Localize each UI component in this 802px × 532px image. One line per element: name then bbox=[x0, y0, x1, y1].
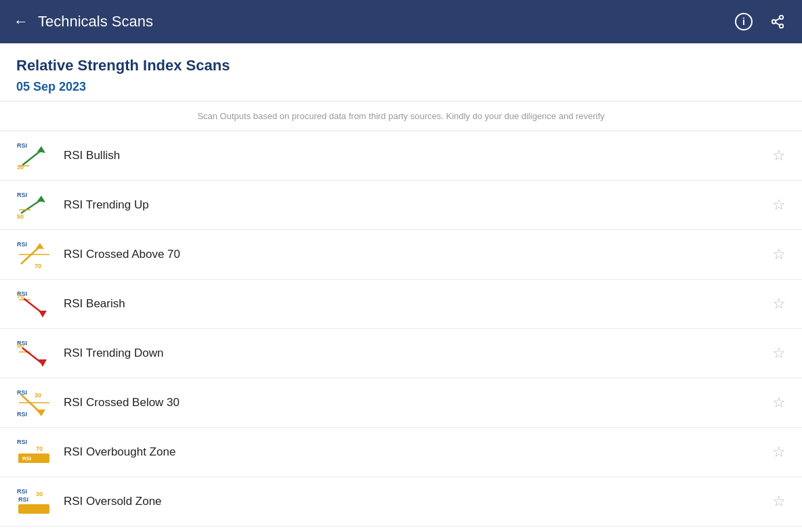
svg-line-7 bbox=[22, 150, 41, 165]
rsi-scan-icon: RSI30 bbox=[16, 141, 52, 171]
star-button-crossed-above[interactable]: ☆ bbox=[769, 243, 788, 266]
share-icon bbox=[770, 14, 785, 29]
svg-text:70: 70 bbox=[17, 293, 24, 300]
scan-label-crossed-above: RSI Crossed Above 70 bbox=[64, 248, 769, 261]
scan-icon-crossed-below: RSI30RSI bbox=[14, 388, 54, 418]
star-button-trending-up[interactable]: ☆ bbox=[769, 194, 788, 217]
scan-item-crossed-above[interactable]: RSI70RSI Crossed Above 70☆ bbox=[0, 230, 802, 280]
rsi-scan-icon: RSI50 bbox=[16, 190, 52, 220]
svg-marker-24 bbox=[39, 311, 47, 317]
share-button[interactable] bbox=[767, 11, 788, 32]
page-header: Relative Strength Index Scans 05 Sep 202… bbox=[0, 43, 802, 101]
scan-item-bullish[interactable]: RSI30RSI Bullish☆ bbox=[0, 131, 802, 181]
svg-text:30: 30 bbox=[36, 491, 43, 497]
svg-text:70: 70 bbox=[36, 445, 43, 452]
disclaimer: Scan Outputs based on procured data from… bbox=[0, 102, 802, 131]
header-title: Technicals Scans bbox=[38, 13, 733, 30]
rsi-scan-icon: RSI70RSI bbox=[16, 437, 52, 467]
scan-icon-crossed-above: RSI70 bbox=[14, 240, 54, 269]
svg-line-12 bbox=[21, 200, 41, 213]
star-button-overbought[interactable]: ☆ bbox=[769, 441, 788, 464]
svg-text:RSI: RSI bbox=[17, 411, 27, 418]
scan-icon-trending-up: RSI50 bbox=[14, 190, 54, 220]
scan-item-trending-up[interactable]: RSI50RSI Trending Up☆ bbox=[0, 181, 802, 230]
scan-label-overbought: RSI Overbought Zone bbox=[64, 445, 769, 459]
star-button-bearish[interactable]: ☆ bbox=[769, 292, 788, 315]
svg-line-18 bbox=[21, 246, 40, 264]
scan-label-bullish: RSI Bullish bbox=[64, 149, 769, 162]
svg-marker-19 bbox=[36, 243, 44, 249]
scan-label-bearish: RSI Bearish bbox=[64, 297, 769, 311]
scan-label-trending-down: RSI Trending Down bbox=[64, 347, 769, 360]
header-icons: i bbox=[733, 11, 788, 32]
svg-text:RSI: RSI bbox=[17, 142, 27, 149]
rsi-scan-icon: RSI30RSI bbox=[16, 388, 52, 418]
scan-icon-overbought: RSI70RSI bbox=[14, 437, 54, 467]
scan-label-crossed-below: RSI Crossed Below 30 bbox=[64, 396, 769, 409]
rsi-scan-icon: RSI70 bbox=[16, 240, 52, 269]
svg-marker-29 bbox=[39, 359, 47, 367]
header: ← Technicals Scans i bbox=[0, 0, 802, 43]
scan-icon-bullish: RSI30 bbox=[14, 141, 54, 171]
svg-text:RSI: RSI bbox=[17, 192, 27, 198]
svg-text:RSI: RSI bbox=[22, 456, 31, 462]
scan-icon-bearish: RSI70 bbox=[14, 289, 54, 319]
scan-item-trending-down[interactable]: RSI50RSI Trending Down☆ bbox=[0, 329, 802, 378]
scan-icon-trending-down: RSI50 bbox=[14, 338, 54, 368]
svg-text:RSI: RSI bbox=[17, 439, 27, 445]
star-button-crossed-below[interactable]: ☆ bbox=[769, 391, 788, 414]
rsi-scan-icon: RSI50 bbox=[16, 338, 52, 368]
star-button-oversold[interactable]: ☆ bbox=[769, 490, 788, 513]
scan-icon-oversold: RSI30RSI bbox=[14, 487, 54, 516]
scan-label-oversold: RSI Oversold Zone bbox=[64, 495, 769, 508]
scan-item-crossed-below[interactable]: RSI30RSIRSI Crossed Below 30☆ bbox=[0, 378, 802, 428]
svg-rect-42 bbox=[18, 504, 49, 514]
svg-text:RSI: RSI bbox=[17, 241, 27, 248]
svg-text:RSI: RSI bbox=[18, 496, 28, 503]
star-button-trending-down[interactable]: ☆ bbox=[769, 342, 788, 365]
rsi-scan-icon: RSI70 bbox=[16, 289, 52, 319]
scan-label-trending-up: RSI Trending Up bbox=[64, 198, 769, 212]
page-date: 05 Sep 2023 bbox=[16, 80, 786, 94]
scan-item-bearish[interactable]: RSI70RSI Bearish☆ bbox=[0, 280, 802, 329]
svg-text:30: 30 bbox=[35, 392, 41, 399]
svg-text:50: 50 bbox=[17, 213, 24, 220]
svg-marker-34 bbox=[36, 409, 45, 416]
svg-line-28 bbox=[22, 348, 41, 363]
svg-text:70: 70 bbox=[35, 263, 41, 269]
svg-line-3 bbox=[776, 22, 780, 25]
info-icon: i bbox=[735, 13, 753, 30]
back-button[interactable]: ← bbox=[14, 13, 28, 30]
svg-line-4 bbox=[776, 18, 780, 21]
svg-text:RSI: RSI bbox=[17, 488, 27, 495]
page-title: Relative Strength Index Scans bbox=[16, 57, 786, 74]
star-button-bullish[interactable]: ☆ bbox=[769, 144, 788, 167]
scan-item-oversold[interactable]: RSI30RSIRSI Oversold Zone☆ bbox=[0, 477, 802, 527]
scan-list: RSI30RSI Bullish☆RSI50RSI Trending Up☆RS… bbox=[0, 131, 802, 527]
info-button[interactable]: i bbox=[733, 11, 755, 32]
rsi-scan-icon: RSI30RSI bbox=[16, 487, 52, 516]
scan-item-overbought[interactable]: RSI70RSIRSI Overbought Zone☆ bbox=[0, 428, 802, 477]
